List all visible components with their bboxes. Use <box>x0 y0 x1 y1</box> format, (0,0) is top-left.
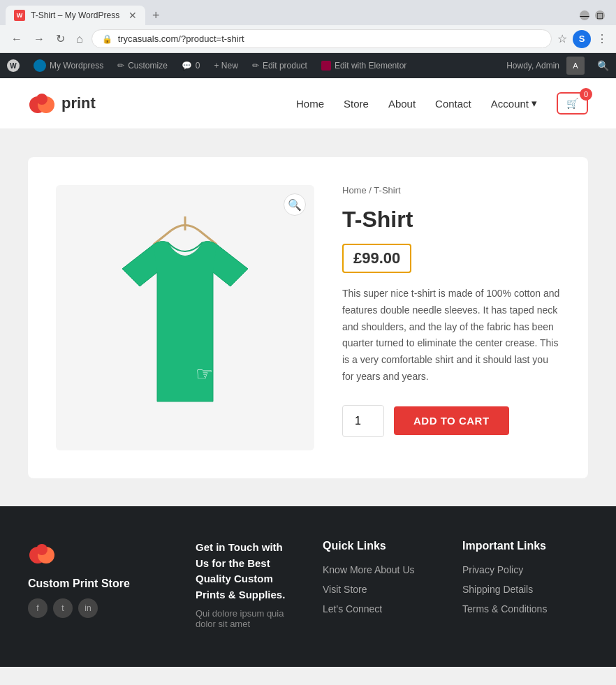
quick-link-1-text: Know More About Us <box>323 564 415 575</box>
wp-search-icon[interactable]: 🔍 <box>590 60 616 71</box>
active-tab[interactable]: W T-Shirt – My WordPress ✕ <box>6 6 145 25</box>
wp-customize-item[interactable]: ✏ Customize <box>110 53 175 78</box>
profile-button[interactable]: S <box>573 30 591 48</box>
wp-comments-item[interactable]: 💬 0 <box>175 53 207 78</box>
product-container: 🔍 ☞ <box>28 157 588 478</box>
reload-button[interactable]: ↻ <box>53 29 68 48</box>
add-to-cart-button[interactable]: ADD TO CART <box>394 406 509 435</box>
site-footer: Custom Print Store f t in Get in Touch w… <box>0 506 616 667</box>
new-label: + New <box>214 61 238 71</box>
wp-logo-icon: W <box>7 59 20 72</box>
tab-title: T-Shirt – My WordPress <box>31 10 123 20</box>
lock-icon: 🔒 <box>102 34 112 44</box>
product-image-wrapper[interactable]: 🔍 ☞ <box>56 185 314 450</box>
footer-tagline: Get in Touch with Us for the Best Qualit… <box>196 540 295 603</box>
breadcrumb-current: T-Shirt <box>374 185 400 196</box>
address-bar-row: ← → ↻ ⌂ 🔒 trycasuals.com/?product=t-shir… <box>0 25 616 52</box>
quick-link-2-text: Visit Store <box>323 584 367 595</box>
quick-links-list: Know More About Us Visit Store Let's Con… <box>323 564 434 615</box>
account-label: Account <box>491 98 529 110</box>
home-nav-button[interactable]: ⌂ <box>73 30 86 48</box>
nav-account[interactable]: Account ▾ <box>491 97 537 110</box>
twitter-icon[interactable]: t <box>53 598 73 618</box>
add-to-cart-section: ADD TO CART <box>342 405 560 437</box>
wp-blue-icon <box>34 59 46 72</box>
product-description: This super nice t-shirt is made of 100% … <box>342 286 560 385</box>
browser-actions: ☆ S ⋮ <box>557 30 608 48</box>
quick-link-3-text: Let's Connect <box>323 603 382 614</box>
logo-icon <box>28 89 56 117</box>
back-button[interactable]: ← <box>8 30 25 48</box>
breadcrumb-home[interactable]: Home <box>342 185 367 196</box>
nav-home[interactable]: Home <box>296 98 324 110</box>
footer-brand: Custom Print Store f t in <box>28 540 168 629</box>
important-links-title: Important Links <box>462 540 588 552</box>
site-header: print Home Store About Contact Account ▾… <box>0 78 616 129</box>
product-title: T-Shirt <box>342 207 560 233</box>
product-price: £99.00 <box>342 244 411 273</box>
wp-admin-bar: W My Wordpress ✏ Customize 💬 0 + New ✏ E… <box>0 53 616 78</box>
footer-grid: Custom Print Store f t in Get in Touch w… <box>28 540 588 629</box>
shipping-details-link: Shipping Details <box>462 584 533 595</box>
wp-site-label: My Wordpress <box>50 61 103 71</box>
footer-sub: Qui dolore ipsum quia dolor sit amet <box>196 608 295 629</box>
tab-favicon: W <box>14 10 25 21</box>
facebook-icon[interactable]: f <box>28 598 47 618</box>
howdy-text: Howdy, Admin <box>499 61 566 71</box>
minimize-button[interactable]: — <box>580 10 589 20</box>
admin-avatar: A <box>566 57 585 75</box>
quick-link-2[interactable]: Visit Store <box>323 583 434 596</box>
cart-button[interactable]: 🛒 0 <box>557 92 588 115</box>
product-image-section: 🔍 ☞ <box>56 185 314 450</box>
nav-store[interactable]: Store <box>344 98 369 110</box>
important-link-3[interactable]: Terms & Conditions <box>462 603 588 615</box>
comments-count: 0 <box>196 61 200 71</box>
maximize-button[interactable]: □ <box>595 10 605 20</box>
wp-new-item[interactable]: + New <box>207 53 245 78</box>
customize-label: Customize <box>128 61 168 71</box>
tab-bar: W T-Shirt – My WordPress ✕ + — □ <box>0 0 616 25</box>
elementor-label: Edit with Elementor <box>335 61 406 71</box>
new-tab-button[interactable]: + <box>148 8 164 23</box>
quick-link-3[interactable]: Let's Connect <box>323 603 434 615</box>
important-links-list: Privacy Policy Shipping Details Terms & … <box>462 564 588 615</box>
quick-link-1[interactable]: Know More About Us <box>323 564 434 576</box>
zoom-icon[interactable]: 🔍 <box>284 193 306 216</box>
cart-badge: 0 <box>580 88 592 101</box>
wp-elementor-item[interactable]: Edit with Elementor <box>314 53 413 78</box>
wp-admin-right: Howdy, Admin A 🔍 <box>499 57 616 75</box>
important-link-2[interactable]: Shipping Details <box>462 583 588 596</box>
site-logo[interactable]: print <box>28 89 96 117</box>
address-bar[interactable]: 🔒 trycasuals.com/?product=t-shirt <box>91 29 552 48</box>
comments-icon: 💬 <box>182 61 192 71</box>
wp-edit-product-item[interactable]: ✏ Edit product <box>245 53 314 78</box>
quick-links-title: Quick Links <box>323 540 434 552</box>
wp-site-item[interactable]: My Wordpress <box>27 53 110 78</box>
footer-important-links: Important Links Privacy Policy Shipping … <box>462 540 588 629</box>
menu-button[interactable]: ⋮ <box>596 32 608 45</box>
nav-about[interactable]: About <box>388 98 416 110</box>
footer-logo-icon <box>28 540 56 568</box>
edit-product-label: Edit product <box>263 61 307 71</box>
close-tab-button[interactable]: ✕ <box>129 10 137 21</box>
window-controls: — □ <box>580 10 610 20</box>
footer-get-in-touch: Get in Touch with Us for the Best Qualit… <box>196 540 295 629</box>
svg-text:☞: ☞ <box>196 363 213 385</box>
quantity-input[interactable] <box>342 405 384 437</box>
account-chevron-icon: ▾ <box>531 97 537 110</box>
important-link-1[interactable]: Privacy Policy <box>462 564 588 576</box>
terms-conditions-link: Terms & Conditions <box>462 603 547 614</box>
bookmark-button[interactable]: ☆ <box>557 32 567 45</box>
elementor-icon <box>321 61 331 71</box>
privacy-policy-link: Privacy Policy <box>462 564 523 575</box>
cart-icon: 🛒 <box>566 98 578 109</box>
footer-brand-name: Custom Print Store <box>28 577 168 590</box>
wp-logo-item[interactable]: W <box>0 53 27 78</box>
nav-contact[interactable]: Contact <box>435 98 471 110</box>
instagram-icon[interactable]: in <box>78 598 98 618</box>
svg-point-9 <box>36 544 47 555</box>
product-info: Home / T-Shirt T-Shirt £99.00 This super… <box>342 185 560 450</box>
forward-button[interactable]: → <box>31 30 47 48</box>
breadcrumb: Home / T-Shirt <box>342 185 560 196</box>
footer-quick-links: Quick Links Know More About Us Visit Sto… <box>323 540 434 629</box>
